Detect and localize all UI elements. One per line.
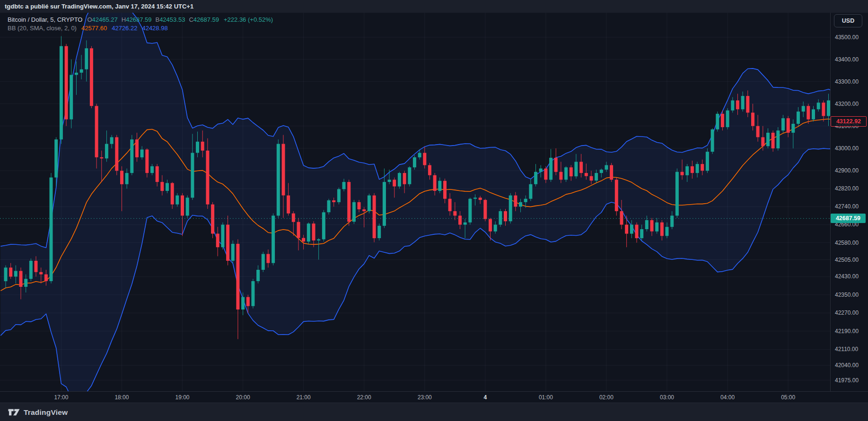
candle-body <box>241 297 245 309</box>
price-tick-label: 43000.00 <box>835 145 859 152</box>
candle-body <box>524 199 527 202</box>
candle-body <box>781 118 785 130</box>
ohlc-values: O42465.27H42687.59B42453.53C42687.59 <box>87 16 223 23</box>
brand-name[interactable]: TradingView <box>24 408 68 417</box>
candle-body <box>50 178 53 281</box>
ohlc-item: O42465.27 <box>87 16 117 23</box>
indicator-value: 42428.98 <box>142 25 167 32</box>
price-tick-label: 42820.00 <box>835 185 859 192</box>
candle-body <box>726 111 729 127</box>
candle-body <box>19 271 23 287</box>
candle-body <box>201 142 204 151</box>
candle-body <box>433 175 437 191</box>
candle-body <box>746 96 749 112</box>
candle-body <box>595 173 598 180</box>
price-tick-label: 42900.00 <box>835 167 859 174</box>
candle-body <box>666 227 669 236</box>
tradingview-published-chart: tgdbtc a publié sur TradingView.com, Jan… <box>0 0 868 421</box>
candle-body <box>110 137 114 144</box>
candle-body <box>736 101 739 110</box>
last-price-badge: 43122.92 <box>831 116 867 127</box>
candle-body <box>615 180 618 211</box>
candle-body <box>761 137 764 146</box>
indicator-layer <box>0 0 833 402</box>
candle-body <box>428 165 431 175</box>
price-tick-label: 42110.00 <box>835 346 858 352</box>
candle-body <box>670 215 674 227</box>
price-tick-label: 43200.00 <box>835 101 859 107</box>
ohlc-item: H42687.59 <box>122 16 152 23</box>
candle-body <box>186 198 189 215</box>
candle-body <box>24 279 27 287</box>
candle-body <box>630 225 633 234</box>
candle-body <box>256 270 260 281</box>
candle-body <box>266 254 270 263</box>
symbol-title[interactable]: Bitcoin / Dollar, 5, CRYPTO <box>8 16 82 23</box>
candle-body <box>681 172 684 175</box>
candle-body <box>14 271 18 276</box>
price-tick-label: 43400.00 <box>835 56 859 63</box>
price-tick-label: 42430.00 <box>835 273 859 280</box>
price-tick-label: 42505.00 <box>835 257 859 263</box>
time-axis[interactable]: 17:0018:0019:0020:0021:0022:0023:00401:0… <box>0 391 868 403</box>
candle-body <box>60 46 63 140</box>
candle-body <box>29 261 33 279</box>
candle-body <box>559 172 562 180</box>
candle-body <box>468 199 472 223</box>
price-tick-label: 42350.00 <box>835 292 859 298</box>
candle-body <box>302 238 305 242</box>
time-tick-label: 22:00 <box>357 394 371 401</box>
candle-body <box>812 109 815 119</box>
candle-body <box>544 169 547 180</box>
indicator-name[interactable]: BB (20, SMA, close, 2, 0) <box>8 25 77 32</box>
ohlc-value: 42687.59 <box>126 16 151 23</box>
candle-body <box>277 144 280 216</box>
indicator-values: 42577.6042726.2242428.98 <box>81 25 173 32</box>
candle-body <box>44 275 48 281</box>
time-tick-label: 01:00 <box>539 394 553 401</box>
candle-body <box>368 196 371 211</box>
candle-body <box>443 181 447 199</box>
ohlc-letter: C <box>189 16 193 23</box>
candle-body <box>675 172 679 216</box>
candle-body <box>327 200 331 212</box>
currency-button[interactable]: USD <box>834 14 862 27</box>
legend: Bitcoin / Dollar, 5, CRYPTO O42465.27H42… <box>8 15 273 32</box>
candle-body <box>393 180 396 186</box>
candle-body <box>473 198 477 198</box>
candle-body <box>4 267 8 281</box>
candle-body <box>65 46 68 120</box>
candle-body <box>54 139 58 178</box>
chart-canvas[interactable] <box>0 0 868 421</box>
candle-body <box>9 267 12 276</box>
tradingview-logo-icon[interactable] <box>8 408 20 416</box>
ohlc-item: B42453.53 <box>155 16 185 23</box>
price-tick-label: 43500.00 <box>835 34 859 41</box>
candle-body <box>827 101 830 116</box>
bb-fill-area <box>0 0 833 402</box>
candle-body <box>817 103 820 109</box>
candle-body <box>797 112 800 124</box>
candle-body <box>282 144 285 196</box>
candle-body <box>706 152 709 171</box>
price-tick-label: 42040.00 <box>835 362 859 369</box>
candle-body <box>206 151 209 205</box>
candle-body <box>605 165 608 170</box>
price-axis[interactable]: 43500.0043400.0043300.0043200.0043100.00… <box>830 13 868 391</box>
candle-body <box>362 209 366 211</box>
indicator-row[interactable]: BB (20, SMA, close, 2, 0) 42577.6042726.… <box>8 24 273 32</box>
candle-body <box>590 176 593 181</box>
candle-body <box>166 183 169 191</box>
footer-bar: TradingView <box>0 403 868 421</box>
ohlc-value: 42465.27 <box>92 16 118 23</box>
candle-body <box>332 200 335 202</box>
candle-body <box>802 106 805 112</box>
close-price-badge: 42687.59 <box>831 214 866 223</box>
candle-body <box>358 202 361 209</box>
candle-body <box>251 281 254 306</box>
time-tick-label: 17:00 <box>54 394 68 401</box>
candle-body <box>716 114 719 129</box>
symbol-row[interactable]: Bitcoin / Dollar, 5, CRYPTO O42465.27H42… <box>8 15 273 24</box>
candle-body <box>403 173 406 184</box>
candle-body <box>549 158 552 180</box>
